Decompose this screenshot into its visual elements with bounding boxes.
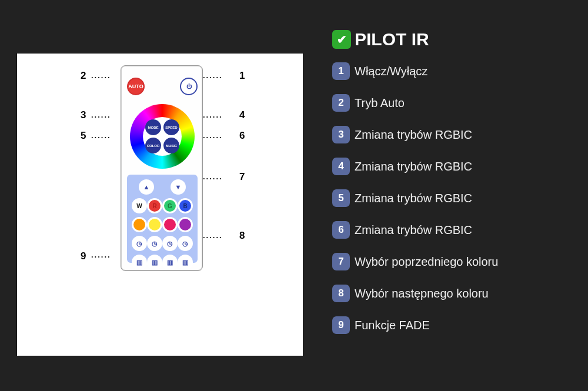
legend-num-7: 7 [332,253,350,270]
timer-button-4[interactable]: ◷ [178,236,193,251]
remote-top-row: AUTO ⏻ [127,78,198,95]
callout-1: 1 [239,70,245,82]
legend-num-1: 1 [332,62,350,80]
legend-item-4: 4 Zmiana trybów RGBIC [332,151,573,182]
legend-text-8: Wybór następnego koloru [355,287,489,300]
legend-title: ✔ PILOT IR [332,29,573,49]
pad-row-arrows: ▲ ▼ [131,179,194,195]
pad-row-wrgb: W R G B [131,198,194,213]
legend-item-2: 2 Tryb Auto [332,87,573,119]
callout-2: 2 [81,70,86,82]
legend-text-9: Funkcje FADE [355,319,430,332]
legend-item-7: 7 Wybór poprzedniego koloru [332,246,573,278]
color-blue-button[interactable]: B [178,198,193,213]
timer-button-2[interactable]: ◷ [147,236,162,251]
fade-button-3[interactable]: ▥ [162,255,178,270]
legend-item-5: 5 Zmiana trybów RGBIC [332,182,573,214]
legend-num-9: 9 [332,316,350,334]
auto-button[interactable]: AUTO [127,78,145,95]
legend-text-7: Wybór poprzedniego koloru [355,255,498,269]
center-button-speed[interactable]: SPEED [163,119,179,135]
leader-3: ······ [91,112,111,121]
remote-outline: AUTO ⏻ MODE SPEED COLOR MUSIC ▲ ▼ [121,65,203,271]
check-icon: ✔ [332,30,351,49]
legend-text-3: Zmiana trybów RGBIC [355,128,472,142]
leader-4: ······ [203,112,223,121]
pad-row-hues [131,217,194,232]
fade-button-1[interactable]: ▥ [132,255,147,270]
legend-item-9: 9 Funkcje FADE [332,309,573,341]
color-wheel[interactable]: MODE SPEED COLOR MUSIC [130,104,195,169]
color-green-button[interactable]: G [162,198,178,213]
wheel-center: MODE SPEED COLOR MUSIC [143,117,182,156]
legend-item-1: 1 Włącz/Wyłącz [332,55,573,87]
timer-button-3[interactable]: ◷ [162,236,178,251]
callout-6: 6 [239,130,245,142]
legend-num-6: 6 [332,221,350,239]
legend-item-3: 3 Zmiana trybów RGBIC [332,119,573,151]
fade-button-2[interactable]: ▥ [147,255,162,270]
color-yellow-button[interactable] [147,217,162,232]
page: AUTO ⏻ MODE SPEED COLOR MUSIC ▲ ▼ [0,0,588,391]
callout-7: 7 [239,171,245,183]
legend-item-6: 6 Zmiana trybów RGBIC [332,214,573,246]
leader-1: ······ [203,73,223,82]
leader-8: ······ [203,233,223,242]
title-text: PILOT IR [355,29,429,49]
callout-4: 4 [239,109,245,121]
legend-text-6: Zmiana trybów RGBIC [355,223,472,237]
callout-3: 3 [81,109,86,121]
power-button[interactable]: ⏻ [180,78,198,95]
pad-row-timer: ◷ ◷ ◷ ◷ [131,236,194,251]
brightness-down-icon[interactable]: ▼ [171,179,186,195]
callout-5: 5 [81,130,86,142]
legend-num-4: 4 [332,158,350,175]
color-white-button[interactable]: W [132,198,147,213]
leader-7: ······ [203,174,223,183]
color-red-button[interactable]: R [147,198,162,213]
color-purple-button[interactable] [178,217,193,232]
legend-text-5: Zmiana trybów RGBIC [355,192,472,205]
center-button-mode[interactable]: MODE [145,119,161,135]
callout-8: 8 [239,230,245,242]
legend-num-2: 2 [332,94,350,112]
brightness-up-icon[interactable]: ▲ [139,179,154,195]
color-magenta-button[interactable] [162,217,178,232]
legend-text-4: Zmiana trybów RGBIC [355,160,472,173]
legend-item-8: 8 Wybór następnego koloru [332,278,573,309]
diagram-panel: AUTO ⏻ MODE SPEED COLOR MUSIC ▲ ▼ [16,53,303,356]
leader-2: ······ [91,73,111,82]
leader-6: ······ [203,133,223,142]
center-button-music[interactable]: MUSIC [163,138,179,153]
legend-num-5: 5 [332,189,350,207]
legend: ✔ PILOT IR 1 Włącz/Wyłącz 2 Tryb Auto 3 … [332,29,573,341]
center-button-color[interactable]: COLOR [145,138,161,153]
pad-row-fade: ▥ ▥ ▥ ▥ [131,255,194,270]
diagram-inner: AUTO ⏻ MODE SPEED COLOR MUSIC ▲ ▼ [17,54,303,356]
color-orange-button[interactable] [132,217,147,232]
leader-9: ······ [91,252,111,261]
button-pad: ▲ ▼ W R G B [127,175,198,263]
callout-9: 9 [81,250,86,262]
leader-5: ······ [91,133,111,142]
fade-button-4[interactable]: ▥ [178,255,193,270]
legend-text-2: Tryb Auto [355,96,405,110]
timer-button-1[interactable]: ◷ [132,236,147,251]
legend-num-3: 3 [332,126,350,143]
legend-num-8: 8 [332,285,350,302]
legend-text-1: Włącz/Wyłącz [355,65,427,78]
